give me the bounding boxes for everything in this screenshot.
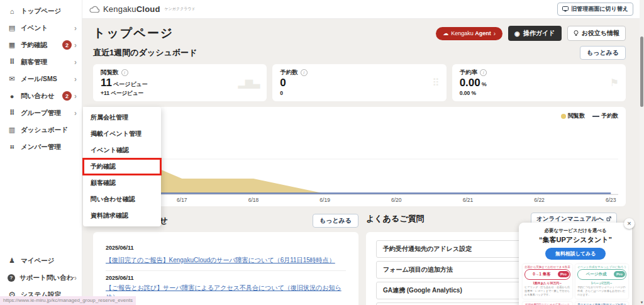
stat-value-number: 0 bbox=[280, 77, 286, 89]
sidebar-item-dashboard[interactable]: ▥ダッシュボード bbox=[0, 121, 82, 138]
sidebar-item-calendar[interactable]: ▦予約確認2› bbox=[0, 36, 82, 53]
faq-section-title: よくあるご質問 bbox=[366, 213, 425, 225]
dashboard-more-button[interactable]: もっとみる bbox=[580, 46, 626, 60]
info-icon: i bbox=[480, 69, 487, 76]
reservations-views-chart bbox=[101, 125, 618, 195]
notification-badge: 2 bbox=[62, 40, 72, 50]
free-consultation-button[interactable]: 無料相談してみる bbox=[545, 248, 606, 260]
inquiry-icon: ● bbox=[8, 92, 16, 100]
promo-service-card[interactable]: 高クオリティ画像で販促アップを狙う画像作成Pro画像作成¥6,000円～撮り下ろ… bbox=[575, 302, 628, 305]
promo-card-price: 1ページ2万円～ bbox=[577, 281, 626, 285]
chevron-right-icon: › bbox=[494, 30, 496, 37]
stat-card-subvalue: 0.00 % bbox=[460, 90, 618, 96]
sidebar-item-inquiry[interactable]: ●問い合わせ2› bbox=[0, 87, 82, 104]
sidebar-item-label: メンバー管理 bbox=[21, 143, 77, 152]
logo-subtext: ケンガククラウド bbox=[165, 6, 196, 12]
chevron-right-icon: › bbox=[74, 41, 77, 50]
main-area: KengakuCloud ケンガククラウド 旧管理画面に切り替え トップページ … bbox=[82, 0, 640, 305]
promo-service-card[interactable]: 初期費用0円ではじめる広告パックWEB広告Pro1案件あたり5万円～1,000件… bbox=[523, 302, 572, 305]
sidebar-item-group[interactable]: ⠿グループ管理› bbox=[0, 104, 82, 121]
legend-views: 閲覧数 bbox=[561, 112, 585, 120]
news-date: 2025/06/11 bbox=[106, 275, 346, 281]
promo-service-card[interactable]: イベント作成をマルっとプロに頼ろうページ作成Pro1ページ2万円～予約につながり… bbox=[575, 264, 628, 299]
promo-title: “集客UPアシスタント” bbox=[523, 235, 628, 245]
stat-cards-row: 閲覧数i11ページビュー+11 ページビュー▂▆▃予約数i00⠿予約率i0.00… bbox=[93, 64, 626, 101]
promo-card-description: 予約につながりやすいイベントページの作成、さらにはページ改修もお任せいただけます… bbox=[577, 286, 626, 297]
sidebar-item-label: トップページ bbox=[21, 7, 77, 16]
sidebar-item-mypage[interactable]: ♟マイページ bbox=[0, 252, 82, 269]
promo-service-card[interactable]: 企画から実施までお任せできる集客0→1 集客Pro1案件あたり30万円～ヒアリン… bbox=[523, 264, 572, 299]
stat-card-label-row: 閲覧数i bbox=[101, 69, 259, 77]
stat-card: 予約率i0.00%0.00 %⚑ bbox=[452, 64, 626, 101]
bottom-row: 運営からのお知らせ もっとみる 2025/06/11【復旧完了のご報告】Keng… bbox=[93, 213, 626, 305]
x-tick-label: 6/19 bbox=[319, 197, 330, 203]
event-icon: ▤ bbox=[8, 24, 16, 32]
sidebar-item-label: 問い合わせ bbox=[21, 92, 62, 101]
submenu-item[interactable]: 顧客確認 bbox=[83, 175, 161, 191]
sidebar-item-customers[interactable]: ⠿顧客管理› bbox=[0, 53, 82, 70]
page-title: トップページ bbox=[93, 25, 174, 42]
customers-icon: ⠿ bbox=[8, 58, 16, 66]
logo: KengakuCloud ケンガククラウド bbox=[89, 4, 196, 14]
x-tick-label: 6/18 bbox=[248, 197, 259, 203]
topbar: KengakuCloud ケンガククラウド 旧管理画面に切り替え bbox=[82, 0, 640, 19]
scrollbar-down-arrow[interactable]: ▼ bbox=[640, 301, 644, 304]
chevron-right-icon: › bbox=[74, 75, 77, 84]
x-tick-label: 6/21 bbox=[463, 197, 474, 203]
chevron-right-icon: › bbox=[74, 24, 77, 33]
sidebar-item-label: マイページ bbox=[21, 257, 77, 265]
browser-status-url: https://www.ie-miru.jp/kc/managed_group_… bbox=[0, 296, 136, 305]
dashboard-section-title: 直近1週間のダッシュボード bbox=[93, 47, 197, 58]
sidebar-item-event[interactable]: ▤イベント› bbox=[0, 19, 82, 36]
sidebar-item-mail[interactable]: ✉メール/SMS› bbox=[0, 70, 82, 87]
chevron-right-icon: › bbox=[74, 274, 77, 282]
close-icon[interactable]: × bbox=[624, 218, 635, 229]
chart-card: 予約数・閲覧数 i 閲覧数 予約数 6/176/186/196/206/216/… bbox=[93, 107, 626, 206]
switch-to-old-admin-button[interactable]: 旧管理画面に切り替え bbox=[557, 3, 633, 16]
monitor-icon bbox=[562, 6, 569, 12]
stat-card: 予約数i00⠿ bbox=[272, 64, 446, 101]
submenu-item[interactable]: 予約確認 bbox=[83, 158, 161, 175]
news-link[interactable]: 【復旧完了のご報告】KengakuCloudのサーバ障害について（6月11日15… bbox=[106, 256, 335, 265]
sidebar-item-support[interactable]: ?サポート問い合わせ› bbox=[0, 269, 82, 286]
group-icon: ⠿ bbox=[8, 109, 16, 117]
submenu-item[interactable]: 資料請求確認 bbox=[83, 208, 161, 224]
submenu-item[interactable]: 所属会社管理 bbox=[83, 109, 161, 126]
submenu-item[interactable]: 掲載イベント管理 bbox=[83, 126, 161, 142]
pro-badge: Pro bbox=[614, 271, 625, 277]
kengaku-cloud-dashboard: ⌂トップページ▤イベント›▦予約確認2›⠿顧客管理›✉メール/SMS›●問い合わ… bbox=[0, 0, 644, 305]
stat-card-label: 予約数 bbox=[280, 69, 298, 77]
scrollbar-track[interactable]: ▼ bbox=[640, 0, 644, 305]
stat-card-subvalue: +11 ページビュー bbox=[101, 90, 259, 97]
stat-card: 閲覧数i11ページビュー+11 ページビュー▂▆▃ bbox=[93, 64, 267, 101]
scrollbar-thumb[interactable] bbox=[640, 36, 643, 107]
x-tick-label: 6/23 bbox=[606, 197, 616, 203]
news-more-button[interactable]: もっとみる bbox=[313, 214, 358, 228]
cloud-icon: ☁ bbox=[443, 30, 448, 36]
sidebar-item-home[interactable]: ⌂トップページ bbox=[0, 3, 82, 19]
submenu-item[interactable]: 問い合わせ確認 bbox=[83, 191, 161, 208]
guide-circle-icon: ◉ bbox=[514, 30, 520, 37]
news-link[interactable]: 【ご報告とお詫び】サーバ障害によるアクセス不具合について（復旧状況のお知らせ） bbox=[106, 284, 346, 301]
kengaku-agent-button[interactable]: ☁ Kengaku Agent › bbox=[436, 27, 502, 40]
chevron-right-icon: › bbox=[74, 92, 77, 101]
stat-card-subvalue: 0 bbox=[280, 90, 438, 96]
sidebar-item-label: イベント bbox=[21, 24, 74, 33]
external-link-icon bbox=[606, 216, 611, 221]
chart-header: 予約数・閲覧数 i 閲覧数 予約数 bbox=[101, 112, 618, 121]
submenu-item[interactable]: イベント確認 bbox=[83, 142, 161, 158]
sidebar-item-members[interactable]: ⠶メンバー管理 bbox=[0, 138, 82, 155]
stat-card-label-row: 予約率i bbox=[460, 69, 618, 77]
promo-header: 必要なサービスだけを選べる bbox=[523, 228, 628, 234]
stat-value-unit: ページビュー bbox=[113, 81, 148, 87]
cloud-logo-icon bbox=[89, 6, 100, 13]
legend-reservations: 予約数 bbox=[592, 112, 618, 120]
info-icon: i bbox=[301, 69, 308, 76]
useful-info-button[interactable]: お役立ち情報 bbox=[567, 26, 626, 41]
legend-dot-icon bbox=[561, 114, 566, 119]
sidebar-nav-list: ⌂トップページ▤イベント›▦予約確認2›⠿顧客管理›✉メール/SMS›●問い合わ… bbox=[0, 0, 82, 155]
promo-card-pill: ページ作成Pro bbox=[577, 269, 626, 280]
operation-guide-button[interactable]: ◉ 操作ガイド bbox=[508, 26, 561, 41]
calendar-icon: ▦ bbox=[8, 41, 16, 49]
sidebar-item-label: 顧客管理 bbox=[21, 58, 74, 67]
